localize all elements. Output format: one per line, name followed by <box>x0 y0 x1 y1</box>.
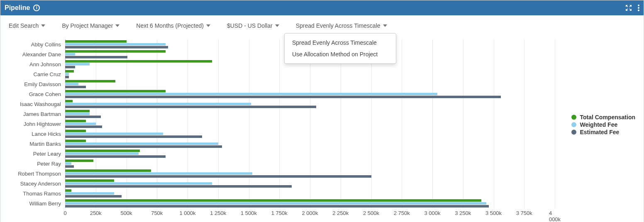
bar-weighted[interactable] <box>65 202 486 205</box>
bar-estimated[interactable] <box>65 145 222 148</box>
bar-estimated[interactable] <box>65 185 292 188</box>
bar-total[interactable] <box>65 40 127 43</box>
x-tick-label: 0 <box>63 210 66 216</box>
caret-down-icon <box>206 24 210 27</box>
caret-down-icon <box>275 24 279 27</box>
group-by-dropdown[interactable]: By Project Manager <box>62 22 120 29</box>
legend-total[interactable]: Total Compensation <box>571 114 635 121</box>
legend-estimated[interactable]: Estimated Fee <box>571 129 635 135</box>
category-label: John Hightower <box>0 119 65 129</box>
category-label: William Berry <box>0 198 65 208</box>
expand-icon[interactable] <box>625 5 632 11</box>
legend-estimated-label: Estimated Fee <box>580 129 619 135</box>
chart-row <box>65 99 555 109</box>
bar-total[interactable] <box>65 100 73 102</box>
bar-estimated[interactable] <box>65 96 501 98</box>
bar-weighted[interactable] <box>65 53 75 56</box>
bar-total[interactable] <box>65 80 115 82</box>
info-icon[interactable]: i <box>33 5 40 11</box>
category-label: Abby Collins <box>0 39 65 49</box>
chart-row <box>65 109 555 119</box>
bar-estimated[interactable] <box>65 86 86 88</box>
x-tick-label: 3 500k <box>485 210 502 216</box>
currency-dropdown[interactable]: $USD - US Dollar <box>227 22 279 29</box>
bar-estimated[interactable] <box>65 135 202 138</box>
chart-row <box>65 89 555 99</box>
x-tick-label: 750k <box>151 210 163 216</box>
allocation-dropdown-menu: Spread Evenly Across Timescale Use Alloc… <box>284 33 396 64</box>
bar-estimated[interactable] <box>65 46 168 48</box>
bar-weighted[interactable] <box>65 73 69 75</box>
x-tick-label: 500k <box>120 210 132 216</box>
bar-estimated[interactable] <box>65 66 75 68</box>
category-label: Peter Leary <box>0 149 65 159</box>
pipeline-panel: Pipeline i Edit Search By Project Manage… <box>0 0 644 222</box>
bar-weighted[interactable] <box>65 182 212 185</box>
bar-weighted[interactable] <box>65 113 90 115</box>
allocation-dropdown[interactable]: Spread Evenly Across Timescale <box>296 22 387 29</box>
category-label: Peter Ray <box>0 159 65 169</box>
bar-estimated[interactable] <box>65 175 371 178</box>
bar-weighted[interactable] <box>65 63 90 65</box>
edit-search-dropdown[interactable]: Edit Search <box>9 22 45 29</box>
legend-weighted[interactable]: Weighted Fee <box>571 121 635 128</box>
bar-weighted[interactable] <box>65 172 252 175</box>
bar-total[interactable] <box>65 50 166 53</box>
bar-total[interactable] <box>65 179 114 182</box>
x-tick-label: 2 250k <box>332 210 349 216</box>
bar-weighted[interactable] <box>65 152 139 155</box>
bar-total[interactable] <box>65 189 71 192</box>
allocation-option-spread[interactable]: Spread Evenly Across Timescale <box>285 37 396 48</box>
category-label: Martin Banks <box>0 139 65 149</box>
allocation-option-method[interactable]: Use Allocation Method on Project <box>285 48 396 60</box>
bar-total[interactable] <box>65 150 140 152</box>
bar-weighted[interactable] <box>65 43 166 46</box>
bar-total[interactable] <box>65 199 481 202</box>
bar-total[interactable] <box>65 70 74 72</box>
category-label: Emily Davisson <box>0 79 65 89</box>
bar-total[interactable] <box>65 169 151 172</box>
bar-weighted[interactable] <box>65 192 114 195</box>
panel-header-left: Pipeline i <box>5 4 40 12</box>
chart-row <box>65 188 555 198</box>
bar-total[interactable] <box>65 130 86 132</box>
bar-estimated[interactable] <box>65 106 316 108</box>
bar-estimated[interactable] <box>65 195 122 198</box>
bar-estimated[interactable] <box>65 205 489 208</box>
bar-estimated[interactable] <box>65 155 166 158</box>
bar-estimated[interactable] <box>65 76 69 78</box>
bar-weighted[interactable] <box>65 83 78 85</box>
bar-total[interactable] <box>65 60 212 63</box>
x-tick-label: 1 000k <box>179 210 195 216</box>
bar-weighted[interactable] <box>65 133 163 135</box>
x-tick-label: 3 000k <box>424 210 440 216</box>
bar-weighted[interactable] <box>65 142 218 145</box>
chart-row <box>65 159 555 169</box>
chart-row <box>65 198 555 208</box>
bar-weighted[interactable] <box>65 123 96 125</box>
time-range-dropdown[interactable]: Next 6 Months (Projected) <box>136 22 210 29</box>
bar-total[interactable] <box>65 159 93 162</box>
svg-point-0 <box>638 5 639 6</box>
bar-weighted[interactable] <box>65 103 251 105</box>
bar-estimated[interactable] <box>65 116 101 118</box>
bar-weighted[interactable] <box>65 162 71 165</box>
category-label: Carrie Cruz <box>0 69 65 79</box>
bar-total[interactable] <box>65 120 86 122</box>
x-tick-label: 1 250k <box>210 210 226 216</box>
bar-estimated[interactable] <box>65 125 102 128</box>
chart-row <box>65 79 555 89</box>
chart-plot <box>65 39 555 208</box>
category-label: Stacey Anderson <box>0 179 65 188</box>
bar-total[interactable] <box>65 140 86 142</box>
legend-dot-estimated <box>571 130 576 135</box>
chart-legend: Total Compensation Weighted Fee Estimate… <box>571 113 635 136</box>
more-menu-icon[interactable] <box>638 5 639 11</box>
bar-weighted[interactable] <box>65 93 437 95</box>
edit-search-label: Edit Search <box>9 22 39 29</box>
category-label: Ann Johnson <box>0 59 65 69</box>
bar-estimated[interactable] <box>65 56 127 58</box>
bar-total[interactable] <box>65 90 166 92</box>
bar-total[interactable] <box>65 110 90 112</box>
bar-estimated[interactable] <box>65 165 74 168</box>
